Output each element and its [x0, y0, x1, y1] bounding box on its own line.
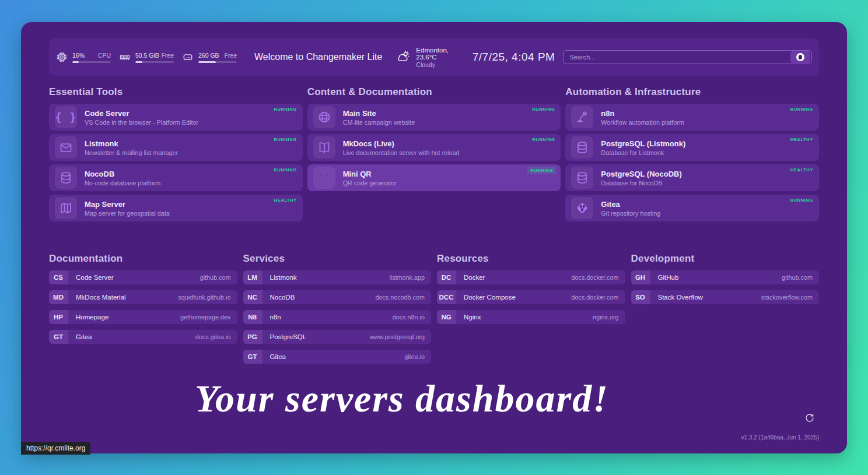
service-card-code-server[interactable]: { } Code Server VS Code in the browser -… [49, 104, 303, 131]
cpu-widget: 16% CPU [56, 51, 111, 63]
memory-icon [119, 51, 131, 63]
service-subtitle: No-code database platform [85, 180, 160, 187]
service-card-gitea[interactable]: Gitea Git repository hosting RUNNING [565, 195, 819, 221]
bookmark-name: Nginx [457, 310, 593, 324]
map-icon [55, 197, 77, 219]
search-input[interactable] [564, 54, 790, 61]
bookmark-url: docs.n8n.io [393, 310, 431, 324]
tagline-text: Your servers dashboard! [0, 377, 815, 421]
service-title: Main Site [343, 109, 415, 118]
gitea-icon [571, 197, 593, 219]
bookmark-url: docs.gitea.io [195, 330, 237, 344]
bookmark-nocodb[interactable]: NC NocoDB docs.nocodb.com [243, 290, 432, 304]
cpu-value: 16% [72, 52, 85, 59]
mail-icon [55, 136, 77, 159]
bookmark-docker[interactable]: DC Docker docs.docker.com [437, 270, 625, 284]
bookmark-n8n[interactable]: N8 n8n docs.n8n.io [243, 310, 432, 324]
status-badge: HEALTHY [274, 198, 297, 203]
service-card-nocodb[interactable]: NocoDB No-code database platform RUNNING [49, 164, 303, 191]
service-card-postgresql-listmonk[interactable]: PostgreSQL (Listmonk) Database for Listm… [565, 134, 819, 161]
status-badge: RUNNING [532, 107, 555, 112]
service-group-automation-infrastructure: Automation & Infrastructure n8n Workflow… [565, 86, 819, 225]
disk-icon [182, 51, 194, 63]
refresh-button[interactable] [804, 413, 816, 424]
status-badge: HEALTHY [790, 137, 813, 142]
service-card-mkdocs[interactable]: MkDocs (Live) Live documentation server … [307, 134, 561, 161]
database-icon [55, 167, 77, 189]
memory-label: Free [161, 52, 174, 59]
memory-widget: 50.5 GiB Free [119, 51, 174, 63]
service-title: PostgreSQL (Listmonk) [601, 139, 685, 148]
bookmark-abbr: PG [243, 330, 263, 344]
bookmark-url: docs.docker.com [571, 290, 625, 304]
disk-progress [198, 61, 237, 63]
group-heading: Documentation [49, 253, 237, 265]
bookmark-name: Stack Overflow [651, 290, 761, 304]
bookmark-abbr: LM [243, 270, 263, 284]
cpu-label: CPU [98, 52, 111, 59]
service-title: Listmonk [85, 139, 178, 148]
bookmark-code-server[interactable]: CS Code Server github.com [49, 270, 237, 284]
bookmark-group-development: Development GH GitHub github.com SO Stac… [631, 253, 820, 310]
bookmark-url: stackoverflow.com [761, 290, 819, 304]
globe-icon [313, 106, 335, 128]
book-icon [313, 136, 335, 159]
bookmarks-section: Documentation CS Code Server github.com … [49, 253, 819, 370]
bookmark-url: docs.nocodb.com [375, 290, 431, 304]
bookmark-name: Homepage [69, 310, 180, 324]
bookmark-url: gitea.io [404, 350, 431, 364]
bookmark-url: listmonk.app [389, 270, 431, 284]
service-subtitle: Database for Listmonk [601, 149, 685, 156]
bookmark-listmonk[interactable]: LM Listmonk listmonk.app [243, 270, 432, 284]
memory-progress [135, 61, 174, 63]
bookmark-postgresql[interactable]: PG PostgreSQL www.postgresql.org [243, 330, 432, 344]
bookmark-gitea[interactable]: GT Gitea gitea.io [243, 350, 432, 364]
cloud-sun-icon [396, 48, 411, 66]
database-icon [571, 136, 593, 159]
service-subtitle: QR code generator [343, 180, 397, 187]
service-title: NocoDB [85, 170, 160, 178]
qr-code-icon [313, 167, 335, 189]
service-card-listmonk[interactable]: Listmonk Newsletter & mailing list manag… [49, 134, 303, 161]
service-card-mini-qr[interactable]: Mini QR QR code generator RUNNING [307, 164, 561, 191]
group-heading: Content & Documentation [307, 86, 561, 98]
bookmark-docker-compose[interactable]: DCC Docker Compose docs.docker.com [437, 290, 625, 304]
bookmark-group-services: Services LM Listmonk listmonk.app NC Noc… [243, 253, 432, 370]
status-badge: RUNNING [274, 167, 296, 173]
bookmark-url: docs.docker.com [571, 270, 625, 284]
services-section: Essential Tools { } Code Server VS Code … [49, 86, 819, 225]
bookmark-url: squidfunk.github.io [178, 290, 237, 304]
bookmark-homepage[interactable]: HP Homepage gethomepage.dev [49, 310, 237, 324]
bookmark-abbr: NG [437, 310, 457, 324]
status-badge: RUNNING [790, 107, 813, 112]
status-badge: RUNNING [790, 198, 813, 203]
bookmark-nginx[interactable]: NG Nginx nginx.org [437, 310, 625, 324]
weather-widget: Edmonton, 23.6°C Cloudy [396, 47, 461, 68]
status-badge: RUNNING [274, 107, 296, 112]
bookmark-name: Docker [457, 270, 571, 284]
service-subtitle: Git repository hosting [601, 210, 660, 217]
service-title: MkDocs (Live) [343, 139, 460, 148]
bookmark-github[interactable]: GH GitHub github.com [631, 270, 820, 284]
bookmark-mkdocs-material[interactable]: MD MkDocs Material squidfunk.github.io [49, 290, 237, 304]
service-subtitle: Database for NocoDB [601, 180, 681, 187]
bookmark-name: n8n [263, 310, 393, 324]
duckduckgo-icon [796, 53, 804, 61]
service-card-map-server[interactable]: Map Server Map server for geospatial dat… [49, 195, 303, 221]
service-card-n8n[interactable]: n8n Workflow automation platform RUNNING [565, 104, 819, 131]
bookmark-stack-overflow[interactable]: SO Stack Overflow stackoverflow.com [631, 290, 820, 304]
service-group-essential-tools: Essential Tools { } Code Server VS Code … [49, 86, 303, 225]
disk-widget: 260 GB Free [182, 51, 237, 63]
service-card-main-site[interactable]: Main Site CM-lite campaign website RUNNI… [307, 104, 561, 131]
refresh-icon [804, 413, 815, 423]
service-subtitle: VS Code in the browser - Platform Editor [85, 119, 198, 126]
database-icon [571, 167, 593, 189]
datetime: 7/7/25, 4:04 PM [473, 51, 555, 64]
group-heading: Resources [437, 253, 625, 265]
search-engine-button[interactable] [790, 51, 810, 63]
bookmark-gitea-docs[interactable]: GT Gitea docs.gitea.io [49, 330, 237, 344]
service-card-postgresql-nocodb[interactable]: PostgreSQL (NocoDB) Database for NocoDB … [565, 164, 819, 191]
version-label: v1.3.2 (1a46baa, Jun 1, 2025) [741, 434, 819, 441]
status-badge: RUNNING [274, 137, 296, 142]
bookmark-url: github.com [782, 270, 819, 284]
